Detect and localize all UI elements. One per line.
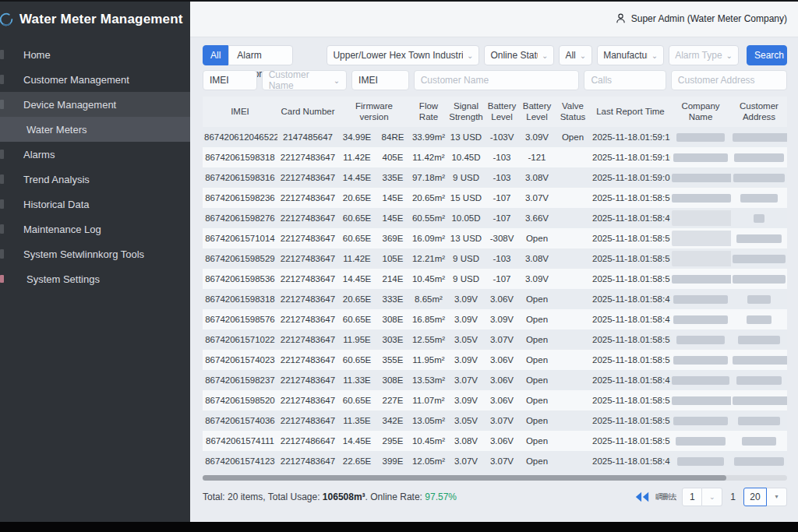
table-row[interactable]: 867420615740232212748364760.65E355E11.95…: [203, 350, 787, 370]
customer-name-input[interactable]: Customer Name: [414, 70, 580, 90]
sidebar-item-trend-analysis[interactable]: Trend Analysis: [0, 167, 190, 192]
table-cell: 10.05D: [447, 208, 485, 228]
table-row[interactable]: 867420615983182212748364711.42E405E11.42…: [203, 147, 787, 167]
table-cell: 399E: [376, 451, 410, 471]
sidebar-item-system-tools[interactable]: System Setwlinnkorg Tools: [0, 241, 190, 266]
company-redacted-blob: [672, 174, 731, 182]
page-size-value[interactable]: 20: [743, 488, 767, 506]
table-cell: 303E: [376, 329, 410, 350]
table-cell: 13.05m²: [410, 410, 447, 431]
sidebar-item-water-meters[interactable]: Water Meters: [0, 117, 190, 142]
imei-input-2[interactable]: IMEI: [351, 70, 409, 90]
sidebar-item-historical-data[interactable]: Historical Data: [0, 192, 190, 217]
table-cell: 369E: [376, 228, 410, 248]
sidebar-item-customer-management[interactable]: Customer Management: [0, 67, 190, 92]
address-redacted-blob: [733, 396, 787, 405]
table-cell: [670, 451, 731, 471]
tab-alarm-records[interactable]: Alarm Records: [228, 45, 293, 65]
table-row[interactable]: 867420615982762212748364760.65E145E60.55…: [203, 208, 787, 228]
jump-page-value[interactable]: 1: [682, 488, 702, 506]
user-menu[interactable]: Super Admin (Water Meter Company): [615, 12, 787, 24]
table-cell: [555, 188, 591, 208]
table-cell: 3.09V: [519, 269, 555, 289]
customer-name-select[interactable]: Customer Name⌄: [262, 70, 347, 90]
table-cell: 86742061571022: [203, 329, 277, 350]
area-select[interactable]: Upper/Lower Hex Town Industrial Park ⌄: [327, 45, 479, 65]
table-cell: [670, 431, 731, 451]
table-cell: [555, 329, 591, 350]
table-cell: 3.07V: [519, 188, 555, 208]
company-redacted-blob: [672, 275, 731, 284]
sidebar-item-device-management[interactable]: Device Management: [0, 92, 190, 117]
table-cell: [555, 248, 591, 269]
table-row[interactable]: 867420615740362212748364711.35E342E13.05…: [203, 410, 787, 431]
table-cell: [731, 350, 787, 370]
table-cell: -103: [485, 248, 519, 269]
sidebar-item-maintenance-log[interactable]: Maintenance Log: [0, 217, 190, 241]
table-cell: 22127483647: [277, 248, 338, 269]
table-cell: 11.07m²: [410, 390, 447, 410]
sidebar-item-system-settings[interactable]: System Settings: [0, 266, 190, 291]
company-redacted-blob: [673, 356, 728, 365]
sidebar-item-home[interactable]: Home: [0, 42, 190, 67]
table-row[interactable]: 867420615985292212748364711.42E105E12.21…: [203, 248, 787, 269]
table-cell: 15 USD: [447, 188, 485, 208]
company-redacted-blob: [672, 231, 731, 246]
table-row[interactable]: 867420615985362212748364714.45E214E10.45…: [203, 269, 787, 289]
sidebar-item-alarms[interactable]: Alarms: [0, 142, 190, 167]
page-size-select: 20 ▾: [743, 488, 787, 506]
col-flow-rate: Flow Rate: [410, 97, 447, 127]
table-row[interactable]: 867420615985762212748364760.65E308E16.85…: [203, 309, 787, 329]
table-cell: Open: [519, 309, 555, 329]
table-row[interactable]: 867420615982362212748364720.65E145E20.65…: [203, 188, 787, 208]
table-row[interactable]: 867420615983162212748364714.45E335E97.18…: [203, 167, 787, 188]
chevron-down-icon: ⌄: [467, 51, 473, 60]
chevron-down-icon[interactable]: ⌄: [702, 488, 722, 506]
col-last-report-time: Last Report Time: [591, 97, 670, 127]
horizontal-scrollbar-thumb[interactable]: [203, 475, 726, 481]
imei-input-1[interactable]: IMEI: [203, 70, 257, 90]
calls-input[interactable]: Calls: [584, 70, 666, 90]
table-cell: 10.45m²: [410, 269, 447, 289]
online-status-select[interactable]: Online Status ⌄: [484, 45, 554, 65]
table-cell: 145E: [376, 188, 410, 208]
all-select[interactable]: All ⌄: [559, 45, 592, 65]
table-cell: [670, 208, 731, 228]
table-row[interactable]: 867420615983182212748364720.65E333E8.65m…: [203, 289, 787, 309]
table-cell: [670, 390, 731, 410]
table-cell: [731, 390, 787, 410]
table-cell: Open: [519, 228, 555, 248]
table-cell: [555, 350, 591, 370]
tab-all[interactable]: All: [203, 45, 228, 65]
table-cell: [670, 410, 731, 431]
table-cell: 12.05m²: [410, 451, 447, 471]
table-cell: 11.35E: [338, 410, 376, 431]
address-redacted-blob: [733, 255, 786, 263]
search-button[interactable]: Search: [747, 45, 787, 65]
table-cell: Open: [519, 329, 555, 350]
alarm-type-select[interactable]: Alarm Type ⌄: [669, 45, 739, 65]
company-redacted-blob: [672, 376, 729, 385]
table-cell: 2025-11-18.01:59:08: [591, 167, 670, 188]
table-row[interactable]: 867420615741232212748364722.65E399E12.05…: [203, 451, 787, 471]
table-row[interactable]: 867420615710222212748364711.95E303E12.55…: [203, 329, 787, 350]
chevron-down-icon[interactable]: ▾: [767, 488, 787, 506]
table-row[interactable]: 867420612046522214748564734.99E84RE33.99…: [203, 127, 787, 147]
manufacturer-select[interactable]: Manufacturer ⌄: [597, 45, 664, 65]
table-cell: 3.09V: [447, 390, 485, 410]
col-imei: IMEI: [203, 97, 277, 127]
table-row[interactable]: 867420615985202212748364760.65E227E11.07…: [203, 390, 787, 410]
table-cell: Open: [555, 127, 591, 147]
chevron-down-icon: ⌄: [726, 51, 733, 60]
table-cell: 16.85m²: [410, 309, 447, 329]
address-redacted-blob: [747, 295, 771, 304]
customer-address-input[interactable]: Customer Address: [671, 70, 787, 90]
table-row[interactable]: 867420615741112212748664714.45E295E10.45…: [203, 431, 787, 451]
alarm-icon: [0, 150, 4, 159]
table-cell: 22127483647: [277, 147, 338, 167]
first-page-icon[interactable]: [634, 491, 650, 503]
table-row[interactable]: 867420615982372212748364711.33E308E13.53…: [203, 370, 787, 390]
company-redacted-blob: [672, 251, 731, 266]
table-cell: 3.06V: [485, 289, 519, 309]
table-row[interactable]: 867420615710142212748364760.65E369E16.09…: [203, 228, 787, 248]
